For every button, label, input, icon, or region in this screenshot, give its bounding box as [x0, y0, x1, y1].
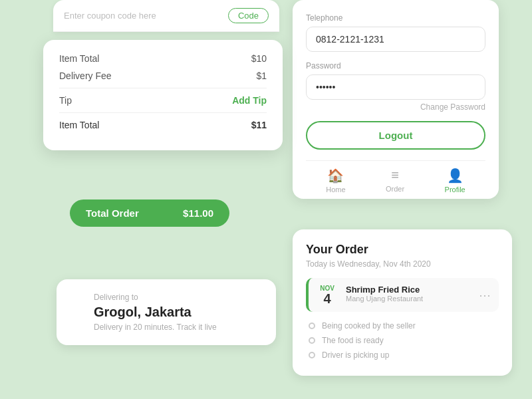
nav-home-label: Home	[326, 186, 345, 194]
status-item-1: Being cooked by the seller	[309, 321, 499, 331]
order-item-info: Shrimp Fried Rice Mang Ujang Restaurant	[346, 285, 471, 303]
grand-total-row: Item Total $11	[59, 120, 267, 130]
delivering-to-label: Delivering to	[94, 293, 260, 302]
order-item-restaurant: Mang Ujang Restaurant	[346, 295, 471, 303]
logout-button[interactable]: Logout	[306, 121, 485, 150]
delivery-fee-row: Delivery Fee $1	[59, 70, 267, 81]
delivering-city: Grogol, Jakarta	[94, 305, 260, 320]
delivery-fee-label: Delivery Fee	[59, 70, 112, 81]
order-icon: ≡	[391, 168, 399, 183]
total-order-button[interactable]: Total Order $11.00	[70, 200, 229, 227]
item-total-label: Item Total	[59, 53, 99, 64]
tip-label: Tip	[59, 95, 72, 106]
total-order-label: Total Order	[86, 207, 139, 219]
home-icon: 🏠	[327, 168, 344, 184]
coupon-button[interactable]: Code	[228, 8, 269, 23]
telephone-label: Telephone	[306, 13, 485, 23]
your-order-card: Your Order Today is Wednesday, Nov 4th 2…	[293, 229, 512, 376]
total-order-value: $11.00	[183, 207, 213, 219]
status-text-1: Being cooked by the seller	[322, 321, 416, 331]
status-item-2: The food is ready	[309, 336, 499, 345]
item-total-row: Item Total $10	[59, 53, 267, 64]
grand-total-value: $11	[251, 120, 267, 130]
password-label: Password	[306, 61, 485, 70]
badge-day: 4	[323, 292, 331, 305]
change-password-link[interactable]: Change Password	[306, 102, 485, 112]
password-input[interactable]	[306, 74, 485, 100]
divider-2	[59, 112, 267, 113]
item-total-value: $10	[251, 53, 267, 64]
order-item-name: Shrimp Fried Rice	[346, 285, 471, 295]
grand-total-label: Item Total	[59, 120, 99, 130]
status-dot-3	[309, 352, 315, 358]
divider-1	[59, 88, 267, 88]
your-order-date: Today is Wednesday, Nov 4th 2020	[306, 259, 499, 269]
nav-profile-label: Profile	[445, 186, 466, 194]
delivery-fee-value: $1	[256, 70, 267, 81]
status-dot-1	[309, 323, 315, 329]
status-item-3: Driver is picking up	[309, 350, 499, 360]
coupon-placeholder: Enter coupon code here	[64, 11, 156, 21]
add-tip-button[interactable]: Add Tip	[232, 95, 267, 106]
delivering-card: ‹ Delivering to Grogol, Jakarta Delivery…	[57, 279, 276, 345]
delivering-time: Delivery in 20 minutes. Track it live	[94, 323, 260, 332]
profile-icon: 👤	[447, 168, 464, 184]
nav-home[interactable]: 🏠 Home	[326, 168, 345, 194]
telephone-input[interactable]	[306, 27, 485, 52]
status-list: Being cooked by the seller The food is r…	[306, 321, 499, 360]
order-summary-card: Item Total $10 Delivery Fee $1 Tip Add T…	[43, 40, 283, 150]
your-order-title: Your Order	[306, 243, 499, 257]
profile-card: Telephone Password Change Password Logou…	[293, 0, 499, 199]
order-item-more-button[interactable]: ⋯	[479, 288, 491, 303]
nav-profile[interactable]: 👤 Profile	[445, 168, 466, 194]
tip-row: Tip Add Tip	[59, 95, 267, 106]
bottom-nav: 🏠 Home ≡ Order 👤 Profile	[306, 160, 485, 199]
nav-order[interactable]: ≡ Order	[386, 168, 404, 194]
order-item-row: NOV 4 Shrimp Fried Rice Mang Ujang Resta…	[306, 278, 499, 312]
nav-order-label: Order	[386, 185, 404, 193]
coupon-bar: Enter coupon code here Code	[53, 0, 279, 32]
status-dot-2	[309, 337, 315, 344]
status-text-3: Driver is picking up	[322, 350, 389, 360]
status-text-2: The food is ready	[322, 336, 384, 345]
order-date-badge: NOV 4	[317, 285, 338, 305]
